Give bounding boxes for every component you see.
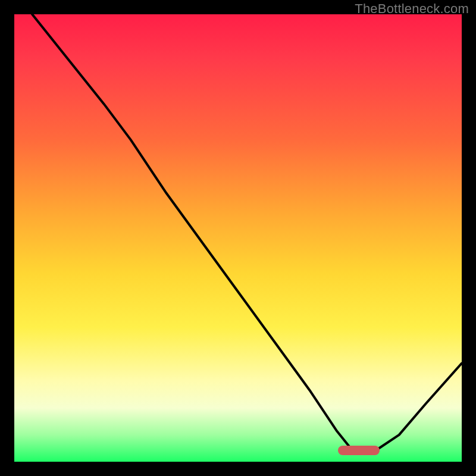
bottleneck-curve bbox=[14, 14, 462, 462]
plot-area bbox=[14, 14, 462, 462]
watermark-text: TheBottleneck.com bbox=[355, 1, 469, 17]
optimal-range-marker bbox=[338, 446, 380, 455]
chart-frame: TheBottleneck.com bbox=[0, 0, 476, 476]
